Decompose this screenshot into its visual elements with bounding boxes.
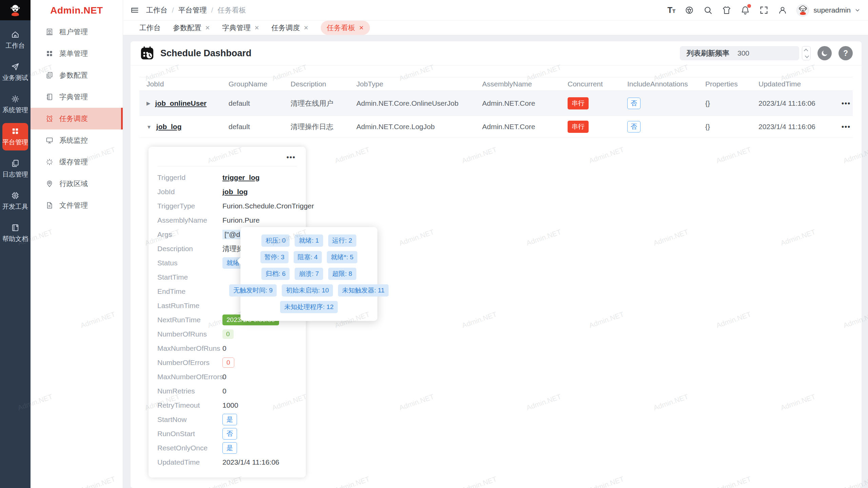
page-title: Schedule Dashboard — [160, 48, 252, 59]
notification-icon[interactable] — [741, 5, 750, 15]
rail-item-label: 系统管理 — [2, 106, 28, 115]
detail-label: Status — [157, 259, 222, 267]
detail-label: UpdatedTime — [157, 458, 222, 466]
detail-label: NumRetries — [157, 387, 222, 395]
collapse-menu-icon[interactable] — [131, 6, 139, 15]
status-legend-tag: 初始未启动: 10 — [282, 284, 333, 297]
tab-dictionary[interactable]: 字典管理 ✕ — [222, 23, 259, 33]
rail-item-platform-admin[interactable]: 平台管理 — [2, 123, 28, 150]
job-id-link[interactable]: job_onlineUser — [155, 99, 207, 107]
reset-only-once-badge: 是 — [222, 442, 237, 454]
column-header: GroupName — [229, 80, 291, 88]
include-annotations-badge: 否 — [627, 121, 640, 133]
close-icon[interactable]: ✕ — [359, 25, 364, 31]
refresh-rate-input[interactable]: 列表刷新频率 300 — [680, 46, 799, 60]
brand-logo-text[interactable]: Admin.NET — [31, 0, 123, 21]
detail-label: NumberOfRuns — [157, 330, 222, 338]
tab-config[interactable]: 参数配置 ✕ — [173, 23, 210, 33]
fullscreen-icon[interactable] — [759, 5, 769, 15]
content-area: Schedule Dashboard 列表刷新频率 300 ? — [123, 35, 868, 488]
language-icon[interactable] — [685, 5, 694, 15]
sidebar-item-menu[interactable]: 菜单管理 — [31, 43, 123, 64]
grid-icon — [11, 127, 20, 136]
dark-mode-button[interactable] — [817, 46, 832, 60]
table-header-row: JobId GroupName Description JobType Asse… — [139, 77, 853, 91]
detail-actions-button[interactable]: ••• — [157, 151, 297, 166]
sidebar-item-schedule[interactable]: 任务调度 — [31, 108, 123, 129]
rail-item-dev-tools[interactable]: 开发工具 — [0, 187, 31, 215]
job-id-link[interactable]: job_log — [222, 188, 248, 196]
mascot-logo-icon — [9, 4, 22, 17]
start-now-badge: 是 — [222, 414, 237, 425]
refresh-rate-label: 列表刷新频率 — [687, 48, 729, 58]
detail-label: NextRunTime — [157, 316, 222, 324]
schedule-dashboard-icon — [139, 45, 155, 61]
rail-item-log-admin[interactable]: 日志管理 — [0, 155, 31, 183]
close-icon[interactable]: ✕ — [254, 25, 259, 31]
cell-job-type: Admin.NET.Core.LogJob — [356, 123, 482, 131]
status-legend-tag: 无触发时间: 9 — [229, 284, 277, 297]
tab-schedule-dashboard[interactable]: 任务看板 ✕ — [321, 21, 370, 35]
run-on-start-badge: 否 — [222, 428, 237, 440]
expand-caret-icon[interactable]: ▶ — [146, 100, 151, 106]
divider — [157, 166, 297, 166]
sidebar-item-label: 参数配置 — [59, 70, 88, 80]
stepper-up-icon[interactable] — [804, 48, 808, 53]
monitor-icon — [45, 136, 54, 144]
rail-item-help-docs[interactable]: 帮助文档 — [0, 220, 31, 247]
search-icon[interactable] — [703, 5, 713, 15]
column-header: JobId — [139, 80, 229, 88]
sidebar-item-monitor[interactable]: 系统监控 — [31, 129, 123, 151]
profile-icon[interactable] — [778, 5, 787, 15]
sidebar-item-cache[interactable]: 缓存管理 — [31, 151, 123, 173]
close-icon[interactable]: ✕ — [304, 25, 309, 31]
jobs-table: JobId GroupName Description JobType Asse… — [139, 77, 853, 138]
username[interactable]: superadmin — [813, 6, 851, 14]
rail-item-business-test[interactable]: 业务测试 — [0, 59, 31, 86]
book-icon — [11, 223, 20, 232]
sidebar-item-tenant[interactable]: 租户管理 — [31, 21, 123, 43]
table-row[interactable]: ▶ job_onlineUser default 清理在线用户 Admin.NE… — [139, 91, 853, 116]
cell-properties: {} — [705, 99, 758, 107]
sidebar-item-region[interactable]: 行政区域 — [31, 173, 123, 195]
detail-label: RetryTimeout — [157, 401, 222, 409]
sidebar-item-config[interactable]: 参数配置 — [31, 64, 123, 86]
help-button[interactable]: ? — [839, 46, 853, 60]
row-actions-button[interactable]: ••• — [842, 100, 851, 107]
theme-icon[interactable] — [722, 5, 731, 15]
row-actions-button[interactable]: ••• — [842, 123, 851, 130]
status-legend-tag: 超限: 8 — [328, 268, 356, 280]
trigger-id-link[interactable]: trigger_log — [222, 174, 260, 182]
refresh-rate-stepper[interactable] — [802, 46, 811, 60]
rail-item-workbench[interactable]: 工作台 — [0, 26, 31, 54]
close-icon[interactable]: ✕ — [205, 25, 210, 31]
tab-schedule[interactable]: 任务调度 ✕ — [272, 23, 309, 33]
detail-label: RunOnStart — [157, 430, 222, 438]
column-header: Properties — [705, 80, 758, 88]
app-logo[interactable] — [0, 0, 31, 20]
breadcrumb-item[interactable]: 工作台 — [146, 5, 167, 15]
user-avatar[interactable] — [796, 4, 809, 17]
refresh-rate-value[interactable]: 300 — [737, 49, 749, 57]
sidebar-item-files[interactable]: 文件管理 — [31, 195, 123, 216]
job-id-link[interactable]: job_log — [156, 123, 182, 131]
cell-group-name: default — [229, 99, 291, 107]
collapse-caret-icon[interactable]: ▼ — [146, 124, 152, 130]
detail-value: 1000 — [222, 401, 238, 410]
status-legend-tag: 就绪*: 5 — [327, 251, 358, 263]
admin-net-app: { "brand": { "logo_text": "Admin.NET", "… — [0, 0, 868, 488]
spinner-icon — [45, 158, 54, 166]
rail-item-system-admin[interactable]: 系统管理 — [0, 91, 31, 118]
table-row[interactable]: ▼ job_log default 清理操作日志 Admin.NET.Core.… — [139, 116, 853, 138]
detail-label: NumberOfErrors — [157, 359, 222, 367]
font-size-icon[interactable]: TT — [667, 6, 675, 14]
sidebar-item-dictionary[interactable]: 字典管理 — [31, 86, 123, 108]
column-header: Concurrent — [568, 80, 627, 88]
breadcrumb-item[interactable]: 平台管理 — [178, 5, 207, 15]
cell-assembly-name: Admin.NET.Core — [482, 99, 568, 107]
detail-label: Description — [157, 245, 222, 253]
stepper-down-icon[interactable] — [805, 54, 809, 58]
detail-label: StartTime — [157, 273, 222, 281]
tab-workbench[interactable]: 工作台 — [139, 23, 161, 33]
chevron-down-icon[interactable] — [854, 7, 861, 13]
